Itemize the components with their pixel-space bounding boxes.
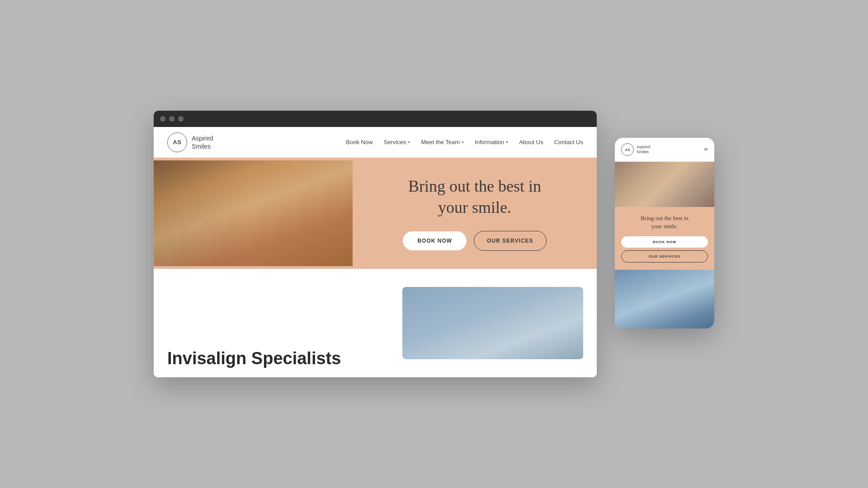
nav-link-information[interactable]: Information ▾ [475, 139, 508, 145]
our-services-button[interactable]: OUR SERVICES [474, 231, 546, 251]
logo-icon: AS [167, 132, 187, 152]
section-title: Invisalign Specialists [167, 349, 341, 368]
nav-item-aboutus[interactable]: About Us [519, 139, 543, 145]
information-chevron-icon: ▾ [506, 140, 508, 145]
mobile-hero-text: Bring out the best in your smile. BOOK N… [615, 207, 714, 269]
nav-item-booknow[interactable]: Book Now [346, 139, 373, 145]
hero-buttons: BOOK NOW OUR SERVICES [403, 231, 546, 251]
meettheteam-chevron-icon: ▾ [462, 140, 464, 145]
nav-item-contactus[interactable]: Contact Us [554, 139, 583, 145]
nav-links: Book Now Services ▾ Meet the Team ▾ [346, 139, 583, 145]
logo-text: Aspired Smiles [192, 134, 213, 150]
browser-dot-minimize [169, 116, 175, 122]
nav-link-booknow[interactable]: Book Now [346, 139, 373, 145]
browser-dot-close [160, 116, 165, 122]
nav-item-services[interactable]: Services ▾ [384, 139, 410, 145]
mobile-hero-heading: Bring out the best in your smile. [621, 214, 708, 230]
nav-item-meettheteam[interactable]: Meet the Team ▾ [421, 139, 464, 145]
browser-titlebar [154, 111, 597, 127]
mobile-our-services-button[interactable]: OUR SERVICES [621, 250, 708, 263]
navbar: AS Aspired Smiles Book Now Services ▾ [154, 127, 597, 158]
mobile-hero-image [615, 162, 714, 207]
nav-link-services[interactable]: Services ▾ [384, 139, 410, 145]
browser-dot-maximize [178, 116, 184, 122]
hero-heading: Bring out the best in your smile. [408, 176, 541, 218]
logo-area[interactable]: AS Aspired Smiles [167, 132, 213, 152]
book-now-button[interactable]: BOOK NOW [403, 231, 467, 250]
services-chevron-icon: ▾ [408, 140, 410, 145]
hamburger-menu-icon[interactable]: ≡ [704, 145, 708, 154]
hero-image [154, 160, 353, 266]
section-image [402, 287, 583, 359]
mobile-book-now-button[interactable]: BOOK NOW [621, 236, 708, 248]
hero-text-area: Bring out the best in your smile. BOOK N… [353, 158, 597, 269]
nav-link-contactus[interactable]: Contact Us [554, 139, 583, 145]
desktop-browser: AS Aspired Smiles Book Now Services ▾ [154, 111, 597, 377]
mobile-device: AS Aspired Smiles ≡ Bring out the best i… [615, 138, 714, 328]
mobile-logo-text: Aspired Smiles [637, 145, 651, 155]
mobile-logo-area[interactable]: AS Aspired Smiles [621, 143, 651, 156]
below-hero-section: Invisalign Specialists [154, 269, 597, 377]
mobile-bottom-image [615, 270, 714, 328]
scene: AS Aspired Smiles Book Now Services ▾ [154, 111, 714, 377]
hero-section: Bring out the best in your smile. BOOK N… [154, 158, 597, 269]
nav-link-meettheteam[interactable]: Meet the Team ▾ [421, 139, 464, 145]
browser-content: AS Aspired Smiles Book Now Services ▾ [154, 127, 597, 377]
nav-link-aboutus[interactable]: About Us [519, 139, 543, 145]
mobile-navbar: AS Aspired Smiles ≡ [615, 138, 714, 162]
nav-item-information[interactable]: Information ▾ [475, 139, 508, 145]
hero-woman-photo [154, 160, 353, 266]
mobile-logo-icon: AS [621, 143, 634, 156]
